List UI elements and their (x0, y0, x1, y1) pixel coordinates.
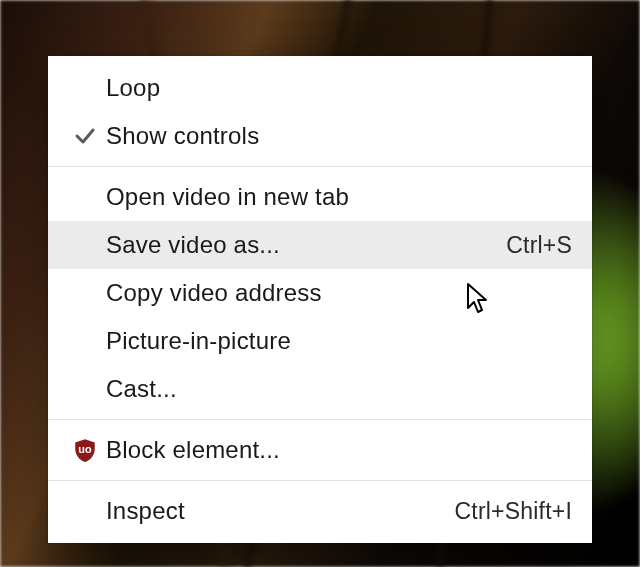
menu-item-copy-video-address[interactable]: Copy video address (48, 269, 592, 317)
menu-item-inspect[interactable]: Inspect Ctrl+Shift+I (48, 487, 592, 535)
menu-item-picture-in-picture[interactable]: Picture-in-picture (48, 317, 592, 365)
ublock-icon: uo (64, 437, 106, 463)
menu-item-shortcut: Ctrl+S (506, 232, 572, 259)
check-icon (64, 124, 106, 148)
menu-item-cast[interactable]: Cast... (48, 365, 592, 413)
menu-divider (48, 480, 592, 481)
menu-item-label: Show controls (106, 122, 572, 150)
menu-item-label: Block element... (106, 436, 572, 464)
menu-divider (48, 166, 592, 167)
menu-item-label: Picture-in-picture (106, 327, 572, 355)
menu-item-loop[interactable]: Loop (48, 64, 592, 112)
menu-item-shortcut: Ctrl+Shift+I (455, 498, 572, 525)
menu-item-show-controls[interactable]: Show controls (48, 112, 592, 160)
menu-item-label: Loop (106, 74, 572, 102)
svg-text:uo: uo (78, 443, 92, 455)
menu-divider (48, 419, 592, 420)
menu-item-label: Cast... (106, 375, 572, 403)
menu-item-label: Open video in new tab (106, 183, 572, 211)
menu-item-label: Save video as... (106, 231, 506, 259)
menu-item-label: Inspect (106, 497, 455, 525)
video-context-menu: Loop Show controls Open video in new tab… (48, 56, 592, 543)
menu-item-label: Copy video address (106, 279, 572, 307)
menu-item-save-video-as[interactable]: Save video as... Ctrl+S (48, 221, 592, 269)
menu-item-block-element[interactable]: uo Block element... (48, 426, 592, 474)
menu-item-open-video-new-tab[interactable]: Open video in new tab (48, 173, 592, 221)
